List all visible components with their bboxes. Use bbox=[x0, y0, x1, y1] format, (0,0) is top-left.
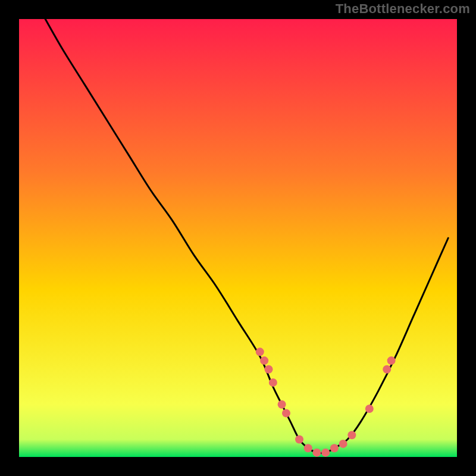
marker-dot bbox=[256, 347, 264, 356]
marker-dot bbox=[321, 449, 330, 457]
watermark-text: TheBottlenecker.com bbox=[336, 1, 470, 17]
plot-area bbox=[19, 19, 457, 457]
marker-dot bbox=[387, 356, 396, 365]
chart-container: TheBottlenecker.com bbox=[0, 0, 476, 476]
marker-dot bbox=[278, 400, 286, 409]
marker-dot bbox=[383, 365, 391, 374]
marker-dot bbox=[269, 378, 277, 387]
marker-dot bbox=[295, 436, 303, 444]
marker-dot bbox=[312, 449, 321, 457]
marker-dot bbox=[347, 431, 356, 439]
marker-dot bbox=[265, 365, 273, 374]
marker-dot bbox=[330, 444, 339, 452]
marker-dot bbox=[365, 405, 374, 413]
marker-dot bbox=[339, 440, 347, 448]
marker-dot bbox=[260, 356, 268, 365]
chart-svg bbox=[19, 19, 457, 457]
marker-dot bbox=[304, 444, 312, 452]
marker-dot bbox=[282, 409, 290, 417]
